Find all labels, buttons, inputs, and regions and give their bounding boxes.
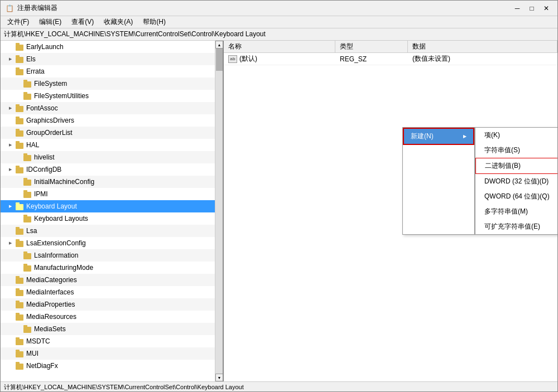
tree-item-lsa[interactable]: Lsa (1, 225, 223, 237)
scroll-thumb[interactable] (216, 49, 223, 71)
folder-icon-mui (16, 350, 25, 357)
tree-label-mediainterfaces: MediaInterfaces (26, 288, 74, 296)
tree-label-netdiagfx: NetDiagFx (26, 362, 58, 370)
cell-name-default-text: (默认) (239, 54, 257, 64)
submenu-item-binary[interactable]: 二进制值(B) (475, 158, 557, 174)
folder-icon-mediaproperties (16, 301, 25, 308)
right-pane: 名称 类型 数据 ab (默认) REG_SZ (数值未设置) 新建(N) ▶ (224, 41, 557, 381)
folder-icon-keyboard-layouts (23, 215, 32, 222)
title-bar-left: 📋 注册表编辑器 (5, 3, 57, 13)
tree-pane: EarlyLaunch Els Errata FileSystem Fi (1, 41, 224, 381)
folder-icon-ipmi (23, 190, 32, 198)
submenu-item-qword[interactable]: QWORD (64 位值)(Q) (475, 189, 557, 204)
tree-item-mui[interactable]: MUI (1, 347, 223, 360)
tree-item-fontassoc[interactable]: FontAssoc (1, 102, 223, 114)
menu-edit[interactable]: 编辑(E) (35, 16, 66, 28)
tree-item-ipmi[interactable]: IPMI (1, 188, 223, 200)
tree-item-mediainterfaces[interactable]: MediaInterfaces (1, 286, 223, 298)
tree-item-hivelist[interactable]: hivelist (1, 151, 223, 163)
tree-item-manufacturingmode[interactable]: ManufacturingMode (1, 262, 223, 274)
folder-icon-mediasets (23, 325, 32, 333)
tree-item-mediasets[interactable]: MediaSets (1, 323, 223, 335)
folder-icon-mediacategories (16, 276, 25, 284)
scroll-up-arrow[interactable]: ▲ (215, 41, 223, 49)
submenu-item-multistring[interactable]: 多字符串值(M) (475, 204, 557, 219)
tree-item-idconfigdb[interactable]: IDConfigDB (1, 163, 223, 176)
tree-item-keyboard-layout[interactable]: Keyboard Layout (1, 200, 223, 212)
app-icon: 📋 (5, 4, 14, 13)
submenu-item-expandstring[interactable]: 可扩充字符串值(E) (475, 219, 557, 234)
tree-item-mediacategories[interactable]: MediaCategories (1, 274, 223, 286)
menu-bar: 文件(F) 编辑(E) 查看(V) 收藏夹(A) 帮助(H) (1, 16, 557, 28)
tree-label-mediasets: MediaSets (34, 325, 66, 333)
expander-idconfigdb[interactable] (6, 166, 14, 173)
menu-favorites[interactable]: 收藏夹(A) (99, 16, 137, 28)
tree-label-initialmachineconfig: InitialMachineConfig (34, 178, 94, 186)
tree-item-hal[interactable]: HAL (1, 139, 223, 151)
tree-label-keyboard-layouts: Keyboard Layouts (34, 215, 88, 222)
folder-icon-graphicsdrivers (16, 117, 25, 124)
tree-label-filesystemutil: FileSystemUtilities (34, 92, 89, 100)
folder-icon-manufacturingmode (23, 264, 32, 272)
address-bar: 计算机\HKEY_LOCAL_MACHINE\SYSTEM\CurrentCon… (1, 28, 557, 41)
table-row-default[interactable]: ab (默认) REG_SZ (数值未设置) (224, 53, 557, 65)
tree-item-msdtc[interactable]: MSDTC (1, 335, 223, 347)
submenu-arrow: ▶ (463, 134, 466, 139)
tree-label-earlylaunch: EarlyLaunch (26, 43, 64, 51)
maximize-button[interactable]: □ (525, 3, 538, 14)
minimize-button[interactable]: ─ (511, 3, 524, 14)
scroll-track[interactable] (215, 49, 223, 374)
expander-lsaextensionconfig[interactable] (6, 239, 14, 247)
tree-label-errata: Errata (26, 67, 45, 75)
expander-keyboard-layout[interactable] (6, 202, 14, 210)
submenu-item-string[interactable]: 字符串值(S) (475, 143, 557, 158)
tree-item-filesystem[interactable]: FileSystem (1, 78, 223, 90)
tree-item-initialmachineconfig[interactable]: InitialMachineConfig (1, 176, 223, 188)
tree-label-keyboard-layout: Keyboard Layout (26, 202, 77, 210)
tree-label-lsaextensionconfig: LsaExtensionConfig (26, 239, 86, 247)
menu-view[interactable]: 查看(V) (67, 16, 98, 28)
folder-icon-hivelist (23, 153, 32, 161)
expander-els[interactable] (6, 55, 14, 63)
expander-fontassoc[interactable] (6, 104, 14, 112)
col-header-name: 名称 (224, 41, 335, 52)
tree-item-grouporderlist[interactable]: GroupOrderList (1, 127, 223, 139)
tree-item-filesystemutil[interactable]: FileSystemUtilities (1, 90, 223, 102)
close-button[interactable]: ✕ (540, 3, 553, 14)
tree-item-graphicsdrivers[interactable]: GraphicsDrivers (1, 114, 223, 127)
tree-item-netdiagfx[interactable]: NetDiagFx (1, 360, 223, 372)
tree-label-grouporderlist: GroupOrderList (26, 129, 73, 137)
context-menu-new: 新建(N) ▶ (402, 127, 475, 235)
context-submenu: 项(K) 字符串值(S) 二进制值(B) DWORD (32 位值)(D) QW… (475, 127, 557, 235)
tree-item-keyboard-layouts[interactable]: Keyboard Layouts (1, 212, 223, 225)
tree-item-earlylaunch[interactable]: EarlyLaunch (1, 41, 223, 53)
tree-label-lsa: Lsa (26, 227, 37, 235)
cell-data-default: (数值未设置) (408, 53, 557, 65)
tree-scroll[interactable]: EarlyLaunch Els Errata FileSystem Fi (1, 41, 223, 381)
tree-label-filesystem: FileSystem (34, 80, 67, 88)
tree-scrollbar[interactable]: ▲ ▼ (215, 41, 223, 381)
tree-item-errata[interactable]: Errata (1, 65, 223, 78)
tree-item-lsainformation[interactable]: LsaInformation (1, 249, 223, 262)
menu-file[interactable]: 文件(F) (3, 16, 33, 28)
menu-help[interactable]: 帮助(H) (138, 16, 170, 28)
tree-label-mediaresources: MediaResources (26, 313, 76, 321)
context-menu-container: 新建(N) ▶ 项(K) 字符串值(S) 二进制值(B) DWORD (32 位… (402, 127, 557, 235)
tree-label-fontassoc: FontAssoc (26, 104, 58, 112)
tree-label-hal: HAL (26, 141, 39, 149)
col-header-data: 数据 (408, 41, 557, 52)
folder-icon-hal (16, 141, 25, 149)
tree-item-mediaresources[interactable]: MediaResources (1, 311, 223, 323)
context-menu-new-item[interactable]: 新建(N) ▶ (403, 128, 474, 145)
expander-hal[interactable] (6, 141, 14, 149)
tree-item-els[interactable]: Els (1, 53, 223, 65)
tree-label-idconfigdb: IDConfigDB (26, 166, 61, 173)
tree-item-lsaextensionconfig[interactable]: LsaExtensionConfig (1, 237, 223, 249)
folder-icon-lsa (16, 227, 25, 235)
status-text: 计算机\HKEY_LOCAL_MACHINE\SYSTEM\CurrentCon… (4, 383, 244, 391)
submenu-item-dword[interactable]: DWORD (32 位值)(D) (475, 174, 557, 189)
submenu-item-key[interactable]: 项(K) (475, 128, 557, 143)
scroll-down-arrow[interactable]: ▼ (215, 374, 223, 381)
tree-item-mediaproperties[interactable]: MediaProperties (1, 298, 223, 311)
folder-icon-filesystemutil (23, 92, 32, 100)
